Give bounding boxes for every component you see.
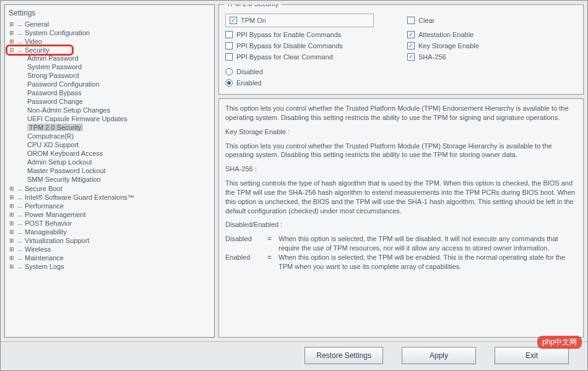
tree-subitem-system-password[interactable]: System Password: [27, 63, 82, 70]
tree-branch-icon: [17, 194, 22, 201]
tree-item-manageability[interactable]: ⊞Manageability: [9, 228, 210, 236]
tree-item-video[interactable]: ⊞ Video: [9, 38, 210, 45]
tree-subitem-admin-password[interactable]: Admin Password: [27, 54, 79, 62]
tree-item-intel-software-guard-extensions-[interactable]: ⊞Intel® Software Guard Extensions™: [9, 194, 210, 201]
definition-text: When this option is selected, the TPM wi…: [279, 234, 577, 253]
checkbox-key-storage-enable[interactable]: Key Storage Enable: [407, 42, 577, 49]
expander-icon: ⊞: [9, 229, 15, 235]
tree-subitem-non-admin-setup-changes[interactable]: Non-Admin Setup Changes: [27, 106, 110, 114]
checkbox-icon: [407, 42, 415, 49]
exit-button[interactable]: Exit: [495, 347, 569, 364]
tree-branch-icon: [17, 211, 22, 218]
tree-item-performance[interactable]: ⊞Performance: [9, 202, 210, 210]
tree-branch-icon: [17, 38, 22, 45]
settings-tree: ⊞ General ⊞ System Configuration ⊞ Video: [9, 20, 210, 271]
tree-item-general[interactable]: ⊞ General: [9, 20, 210, 28]
definition-key: Enabled: [225, 253, 262, 271]
tpm-security-group: TPM 2.0 Security TPM OnClearPPI Bypass f…: [218, 4, 584, 95]
tree-label: System Configuration: [25, 29, 90, 36]
tree-item-secure-boot[interactable]: ⊞Secure Boot: [9, 185, 210, 192]
tree-label: Maintenance: [25, 254, 64, 262]
checkbox-ppi-disable[interactable]: PPI Bypass for Disable Commands: [225, 42, 395, 49]
tree-subitem-orom-keyboard-access[interactable]: OROM Keyboard Access: [27, 150, 103, 157]
settings-tree-sidebar: Settings ⊞ General ⊞ System Configuratio…: [4, 4, 215, 338]
checkbox-label: Attestation Enable: [418, 31, 473, 38]
checkbox-label: PPI Bypass for Disable Commands: [236, 42, 343, 49]
checkbox-ppi-enable[interactable]: PPI Bypass for Enable Commands: [225, 31, 395, 38]
tree-label: Security: [25, 46, 50, 54]
checkbox-icon: [407, 53, 415, 61]
tree-subitem-computrace-r-[interactable]: Computrace(R): [27, 132, 74, 140]
expander-icon: ⊞: [9, 38, 15, 45]
tree-branch-icon: [17, 202, 22, 210]
tree-branch-icon: [17, 20, 22, 28]
description-text: This option lets you control whether the…: [225, 142, 577, 160]
tree-item-post-behavior[interactable]: ⊞POST Behavior: [9, 220, 210, 227]
definition-key: Disabled: [225, 234, 262, 253]
tree-branch-icon: [17, 46, 22, 54]
tree-label: Secure Boot: [25, 185, 63, 192]
tree-label: General: [25, 20, 49, 28]
tree-subitem-master-password-lockout[interactable]: Master Password Lockout: [27, 167, 106, 174]
checkbox-label: Clear: [418, 17, 435, 24]
apply-button[interactable]: Apply: [402, 347, 476, 364]
tree-item-system-configuration[interactable]: ⊞ System Configuration: [9, 29, 210, 36]
checkbox-label: Key Storage Enable: [418, 42, 479, 49]
action-footer: Restore Settings Apply Exit: [1, 341, 587, 370]
tree-subitem-cpu-xd-support[interactable]: CPU XD Support: [27, 141, 79, 148]
tree-item-power-management[interactable]: ⊞Power Management: [9, 211, 210, 218]
checkbox-tpm-on[interactable]: TPM On: [225, 14, 374, 27]
checkbox-attestation-enable[interactable]: Attestation Enable: [407, 31, 577, 38]
tree-label: Video: [25, 38, 42, 45]
tree-item-system-logs[interactable]: ⊞System Logs: [9, 263, 210, 270]
checkbox-icon: [225, 42, 233, 49]
tree-item-security[interactable]: ⊟ Security: [9, 46, 210, 54]
description-heading: Disabled/Enabled :: [225, 220, 577, 229]
tree-subitem-uefi-capsule-firmware-updates[interactable]: UEFI Capsule Firmware Updates: [27, 115, 127, 122]
tree-subitem-strong-password[interactable]: Strong Password: [27, 72, 79, 79]
checkbox-clear[interactable]: Clear: [407, 14, 577, 27]
restore-settings-button[interactable]: Restore Settings: [305, 347, 383, 364]
tree-label: Virtualization Support: [25, 237, 89, 244]
expander-icon: ⊞: [9, 186, 15, 192]
checkbox-label: PPI Bypass for Clear Command: [236, 53, 333, 61]
checkbox-icon: [407, 31, 415, 38]
tree-branch-icon: [17, 237, 22, 244]
tree-label: Intel® Software Guard Extensions™: [25, 194, 134, 201]
tree-item-wireless[interactable]: ⊞Wireless: [9, 245, 210, 253]
tree-item-virtualization-support[interactable]: ⊞Virtualization Support: [9, 237, 210, 244]
radio-icon: [225, 79, 233, 87]
expander-icon: ⊞: [9, 30, 15, 36]
tree-subitem-tpm-2-0-security[interactable]: TPM 2.0 Security: [27, 124, 83, 131]
tree-subitem-admin-setup-lockout[interactable]: Admin Setup Lockout: [27, 158, 92, 166]
expander-icon: ⊞: [9, 21, 15, 27]
dash-icon: =: [267, 253, 274, 271]
radio-label: Disabled: [236, 68, 263, 75]
radio-enabled[interactable]: Enabled: [225, 79, 577, 87]
tree-subitem-password-bypass[interactable]: Password Bypass: [27, 89, 81, 96]
tree-branch-icon: [17, 245, 22, 253]
tree-item-maintenance[interactable]: ⊞Maintenance: [9, 254, 210, 262]
checkbox-ppi-clear[interactable]: PPI Bypass for Clear Command: [225, 53, 395, 61]
description-heading: SHA-256 :: [225, 164, 577, 174]
tree-subitem-smm-security-mitigation[interactable]: SMM Security Mitigation: [27, 176, 101, 183]
radio-disabled[interactable]: Disabled: [225, 68, 577, 75]
checkbox-sha-256[interactable]: SHA-256: [407, 53, 577, 61]
expander-icon: ⊞: [9, 246, 15, 252]
settings-detail-panel: TPM 2.0 Security TPM OnClearPPI Bypass f…: [218, 4, 584, 338]
checkbox-label: PPI Bypass for Enable Commands: [236, 31, 341, 38]
definition-text: When this option is selected, the TPM wi…: [279, 253, 577, 271]
expander-icon: ⊞: [9, 220, 15, 226]
tree-label: Wireless: [25, 245, 51, 253]
tree-branch-icon: [17, 254, 22, 262]
tree-label: Performance: [25, 202, 64, 210]
checkbox-icon: [225, 31, 233, 38]
tree-label: Manageability: [25, 228, 67, 236]
tree-subitem-password-change[interactable]: Password Change: [27, 98, 83, 105]
checkbox-label: TPM On: [241, 17, 266, 24]
description-heading: Key Storage Enable :: [225, 127, 577, 137]
tree-label: System Logs: [25, 263, 64, 270]
tree-branch-icon: [17, 29, 22, 36]
option-description-box: This option lets you control whether the…: [218, 98, 584, 338]
tree-subitem-password-configuration[interactable]: Password Configuration: [27, 80, 100, 88]
